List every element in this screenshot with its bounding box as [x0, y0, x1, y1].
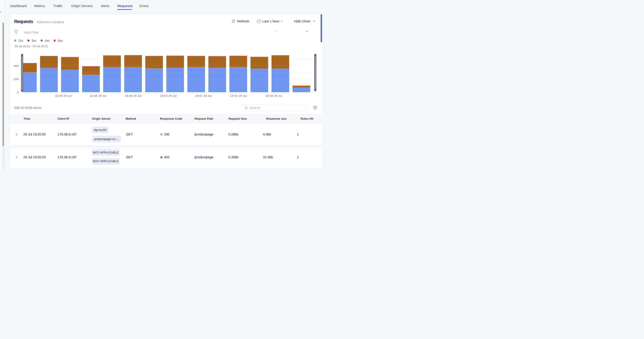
svg-text:19:01 29 Jul: 19:01 29 Jul — [195, 94, 212, 98]
svg-text:18:45 29 Jul: 18:45 29 Jul — [124, 94, 142, 98]
svg-text:200: 200 — [14, 78, 19, 81]
svg-text:18:53 29 Jul: 18:53 29 Jul — [160, 94, 177, 98]
svg-text:18:36 29 Jul: 18:36 29 Jul — [90, 94, 106, 98]
svg-text:400: 400 — [14, 64, 19, 68]
svg-text:18:28 29 Jul: 18:28 29 Jul — [55, 94, 72, 98]
svg-text:19:18 29 Jul: 19:18 29 Jul — [265, 94, 282, 98]
svg-text:19:10 29 Jul: 19:10 29 Jul — [230, 94, 247, 98]
svg-text:0: 0 — [17, 91, 19, 94]
